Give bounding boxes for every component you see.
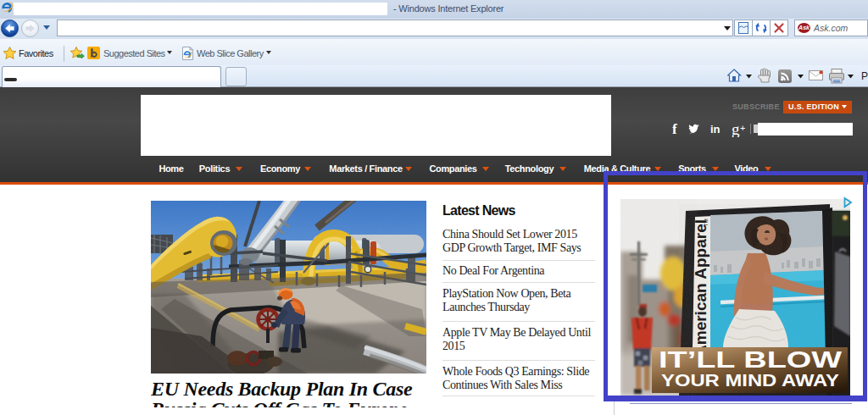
svg-text:g: g — [732, 120, 740, 137]
svg-text:f: f — [672, 121, 677, 137]
svg-text:+: + — [740, 123, 745, 133]
svg-text:in: in — [710, 123, 721, 136]
svg-text:P: P — [861, 70, 868, 82]
